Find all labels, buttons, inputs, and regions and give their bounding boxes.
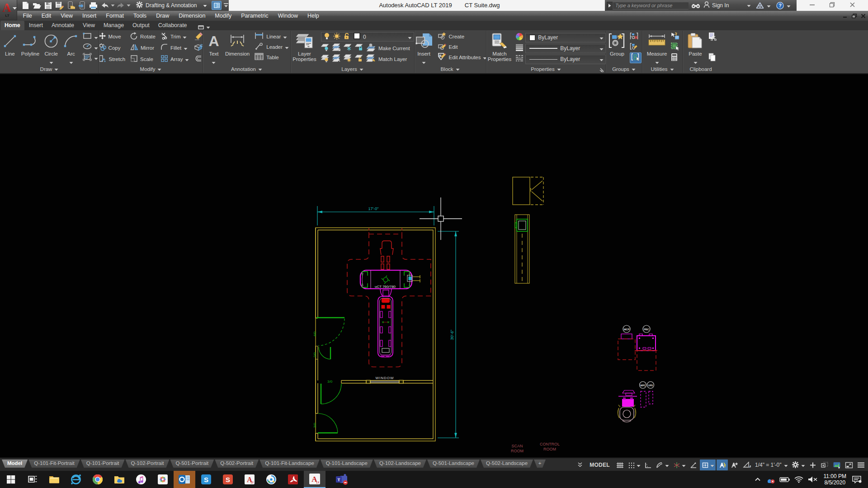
ribbon-tab-manage[interactable]: Manage <box>99 21 128 30</box>
layer-thaw-button[interactable] <box>344 54 352 64</box>
leader-button[interactable]: Leader <box>254 42 289 52</box>
menu-parametric[interactable]: Parametric <box>236 11 273 21</box>
annotation-scale-button[interactable]: 1/4" = 1'-0" <box>753 460 789 470</box>
edit-attributes-button[interactable]: BEdit Attributes <box>438 52 487 63</box>
isolate-button[interactable] <box>819 460 830 470</box>
line-button[interactable]: Line <box>0 30 19 56</box>
ungroup-button[interactable] <box>630 32 642 42</box>
panel-title-clipboard[interactable]: Clipboard <box>683 66 719 73</box>
insert-button[interactable]: Insert <box>413 30 435 66</box>
doc-close-button[interactable] <box>859 12 867 19</box>
edit-button[interactable]: Edit <box>438 42 487 52</box>
mirror-button[interactable]: Mirror <box>130 42 156 53</box>
minimize-button[interactable] <box>809 1 815 9</box>
layer-combo[interactable]: 0 <box>321 32 414 42</box>
cut-clip-button[interactable] <box>708 32 717 42</box>
panel-title-groups[interactable]: Groups <box>606 66 642 73</box>
autocadlt-taskbar-button[interactable]: ALT <box>304 471 326 488</box>
skype-taskbar-button[interactable]: S <box>195 471 217 488</box>
close-button[interactable] <box>849 1 855 9</box>
layer-isolate-button[interactable] <box>332 43 341 53</box>
quick-select-button[interactable] <box>670 32 679 42</box>
save-button[interactable] <box>42 0 54 10</box>
create-button[interactable]: Create <box>438 31 487 42</box>
make-current-button[interactable]: Make Current <box>366 43 410 54</box>
layout-tab-q-501-portrait[interactable]: Q-501-Portrait <box>170 460 214 468</box>
layer-off-button[interactable] <box>321 43 330 53</box>
qat-more-button[interactable] <box>223 1 229 9</box>
group-edit-button[interactable] <box>630 42 642 52</box>
wifi-icon[interactable] <box>794 476 804 483</box>
workspace-switcher[interactable]: Drafting & Annotation <box>134 1 209 10</box>
infocenter-expand-button[interactable] <box>607 2 613 9</box>
layout-tab-q-101-fit-portrait[interactable]: Q-101-Fit-Portrait <box>28 460 80 468</box>
ribbon-tab-insert[interactable]: Insert <box>25 21 47 30</box>
undo-button[interactable] <box>99 0 110 10</box>
a360-button[interactable] <box>755 2 764 9</box>
save-as-button[interactable] <box>54 0 65 10</box>
doc-minimize-button[interactable] <box>841 12 849 19</box>
grid-toggle[interactable] <box>614 460 625 470</box>
layout-tab-q-102-portrait[interactable]: Q-102-Portrait <box>126 460 170 468</box>
table-button[interactable]: Table <box>254 52 289 63</box>
action-center-icon[interactable] <box>852 475 862 483</box>
menu-view[interactable]: View <box>56 11 78 21</box>
status-expand-icon[interactable] <box>576 460 585 470</box>
layer-unisolate-button[interactable] <box>332 54 341 64</box>
menu-file[interactable]: File <box>18 11 37 21</box>
panel-title-properties[interactable]: Properties <box>486 66 606 73</box>
restore-button[interactable] <box>829 1 835 9</box>
offset-button[interactable] <box>194 54 203 65</box>
rectangle-button[interactable] <box>83 32 98 42</box>
open-mobile-button[interactable] <box>65 0 76 10</box>
fillet-button[interactable]: Fillet <box>160 42 189 53</box>
layout-tab-q-102-landscape[interactable]: Q-102-Landscape <box>374 460 426 468</box>
acrobat-taskbar-button[interactable] <box>282 471 304 488</box>
open-file-button[interactable] <box>31 0 42 10</box>
stretch-button[interactable]: Stretch <box>99 54 125 65</box>
scale-button[interactable]: Scale <box>130 54 156 65</box>
plus-button[interactable] <box>807 460 818 470</box>
ie-taskbar-button[interactable] <box>65 471 87 488</box>
panel-title-annotation[interactable]: Annotation <box>203 66 291 73</box>
save-mobile-button[interactable] <box>76 0 88 10</box>
erase-button[interactable] <box>194 31 203 42</box>
linetype-combo[interactable]: ByLayer <box>525 55 606 64</box>
circle-button[interactable]: Circle <box>41 30 61 66</box>
osnap-toggle[interactable] <box>700 460 716 470</box>
layout-tab-q-502-portrait[interactable]: Q-502-Portrait <box>215 460 259 468</box>
panel-title-layers[interactable]: Layers <box>291 66 414 73</box>
panel-title-draw[interactable]: Draw <box>0 66 99 73</box>
search-input[interactable]: Type a keyword or phrase <box>613 2 689 9</box>
sign-in-button[interactable]: Sign In <box>703 1 755 9</box>
itunes-taskbar-button[interactable] <box>130 471 152 488</box>
menu-format[interactable]: Format <box>101 11 129 21</box>
help-button[interactable]: ? <box>776 2 784 9</box>
match-layer-button[interactable]: Match Layer <box>366 54 407 65</box>
paste-button[interactable]: Paste <box>684 30 706 66</box>
panel-title-utilities[interactable]: Utilities <box>642 66 683 73</box>
ribbon-tab-output[interactable]: Output <box>128 21 154 30</box>
dropdown-caret-icon[interactable] <box>126 0 131 10</box>
menu-insert[interactable]: Insert <box>78 11 101 21</box>
battery-icon[interactable] <box>779 476 790 483</box>
new-file-button[interactable] <box>20 0 31 10</box>
ribbon-tab-collaborate[interactable]: Collaborate <box>154 21 191 30</box>
match-properties-button[interactable]: Match Properties <box>486 30 513 62</box>
menu-dimension[interactable]: Dimension <box>174 11 210 21</box>
menu-edit[interactable]: Edit <box>37 11 56 21</box>
settings-gear-button[interactable] <box>790 460 807 470</box>
trim-button[interactable]: Trim <box>160 31 189 42</box>
hatch-button[interactable] <box>83 53 98 63</box>
dropdown-caret-icon[interactable] <box>110 0 115 10</box>
photos-taskbar-button[interactable] <box>152 471 174 488</box>
annoscale-toggle[interactable]: A <box>741 460 752 470</box>
quickassist-taskbar-button[interactable] <box>260 471 282 488</box>
linear-button[interactable]: Linear <box>254 31 289 42</box>
chrome-taskbar-button[interactable] <box>87 471 108 488</box>
ribbon-tab-annotate[interactable]: Annotate <box>47 21 78 30</box>
start-taskbar-button[interactable] <box>0 471 22 488</box>
plot-button[interactable] <box>88 0 99 10</box>
explode-button[interactable] <box>194 42 203 53</box>
autoscale-toggle[interactable] <box>729 460 740 470</box>
